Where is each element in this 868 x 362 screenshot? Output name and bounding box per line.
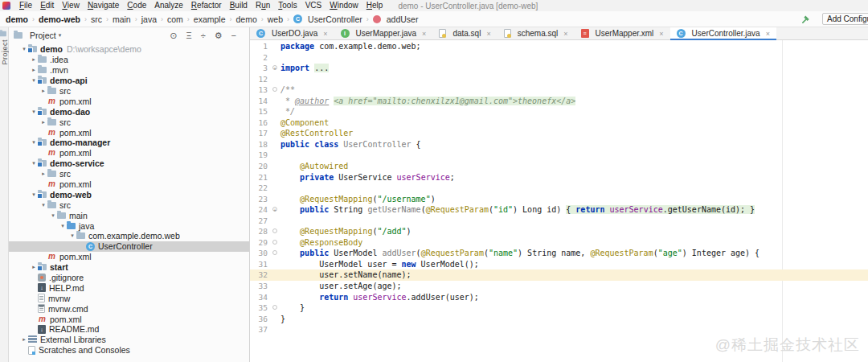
- menu-item-run[interactable]: Run: [252, 0, 274, 11]
- collapse-all-icon[interactable]: Ξ: [186, 31, 191, 40]
- breadcrumb-item-adduser[interactable]: addUser: [373, 14, 419, 24]
- code-line-3[interactable]: 3+import ...: [250, 63, 868, 74]
- code-line-17[interactable]: 17@RestController: [250, 128, 868, 139]
- tree-item-java[interactable]: ▾java: [9, 220, 250, 231]
- chevron-collapsed-icon[interactable]: ▸: [30, 67, 38, 73]
- fold-marker-icon[interactable]: [272, 240, 277, 245]
- code-line-35[interactable]: 35 }: [250, 302, 868, 314]
- code-line-22[interactable]: 22: [250, 183, 868, 194]
- code-line-29[interactable]: 29 @ResponseBody: [250, 237, 868, 249]
- settings-icon[interactable]: ⚙: [215, 31, 223, 41]
- tab-close-icon[interactable]: ×: [486, 30, 490, 38]
- breadcrumb-item-java[interactable]: java: [141, 14, 157, 24]
- chevron-collapsed-icon[interactable]: ▸: [39, 171, 47, 177]
- code-line-24[interactable]: 24+ public String getUserName(@RequestPa…: [250, 204, 868, 216]
- tree-item-help-md[interactable]: ↓HELP.md: [9, 282, 250, 293]
- menu-item-tools[interactable]: Tools: [274, 0, 301, 11]
- breadcrumb-item-main[interactable]: main: [113, 14, 131, 24]
- tree-item-pom-xml[interactable]: mpom.xml: [9, 252, 250, 262]
- breadcrumb-item-demo[interactable]: demo: [236, 14, 257, 24]
- tree-item-external-libraries[interactable]: ▸External Libraries: [9, 335, 250, 345]
- tree-item-pom-xml[interactable]: mpom.xml: [9, 127, 250, 138]
- tab-usermapper-java[interactable]: IUserMapper.java×: [334, 27, 433, 39]
- menu-item-help[interactable]: Help: [362, 0, 387, 11]
- code-line-30[interactable]: 30 public UserModel addUser(@RequestPara…: [250, 248, 868, 259]
- tree-item-pom-xml[interactable]: mpom.xml: [9, 96, 250, 106]
- code-line-19[interactable]: 19: [250, 150, 868, 161]
- tab-usercontroller-java[interactable]: CUserController.java×: [670, 27, 776, 39]
- tab-userdo-java[interactable]: CUserDO.java×: [250, 27, 334, 39]
- chevron-collapsed-icon[interactable]: ▸: [20, 336, 28, 343]
- code-area[interactable]: 1package com.example.demo.web;23+import …: [250, 40, 868, 362]
- code-line-33[interactable]: 33 user.setAge(age);: [250, 281, 868, 292]
- project-panel-title[interactable]: Project: [30, 31, 56, 40]
- chevron-expanded-icon[interactable]: ▾: [39, 202, 47, 208]
- tab-data-sql[interactable]: data.sql×: [432, 27, 497, 39]
- tree-item-usercontroller[interactable]: CUserController: [9, 241, 250, 252]
- tree-item-demo-service[interactable]: ▾demo-service: [9, 158, 250, 169]
- code-line-28[interactable]: 28 @RequestMapping("/add"): [250, 226, 868, 237]
- code-line-14[interactable]: 14 * @author <a href="mailto:chenxilzx1@…: [250, 96, 868, 107]
- tree-item-gitignore[interactable]: .gitignore: [9, 273, 250, 283]
- tree-item-com-example-demo-web[interactable]: ▾com.example.demo.web: [9, 231, 250, 241]
- fold-marker-icon[interactable]: [272, 228, 277, 233]
- code-line-18[interactable]: 18public class UserController {: [250, 139, 868, 150]
- menu-item-analyze[interactable]: Analyze: [150, 0, 187, 11]
- menu-item-code[interactable]: Code: [123, 0, 150, 11]
- code-line-37[interactable]: 37: [250, 324, 868, 335]
- project-tool-button[interactable]: Project: [0, 31, 9, 65]
- tab-close-icon[interactable]: ×: [323, 30, 327, 38]
- code-line-36[interactable]: 36}: [250, 314, 868, 325]
- tree-item-pom-xml[interactable]: mpom.xml: [9, 314, 250, 324]
- menu-item-build[interactable]: Build: [226, 0, 252, 11]
- code-line-31[interactable]: 31 UserModel user = new UserModel();: [250, 259, 868, 270]
- breadcrumb-item-web[interactable]: web: [268, 14, 283, 24]
- code-line-2[interactable]: 2: [250, 52, 868, 64]
- code-line-15[interactable]: 15 */: [250, 106, 868, 117]
- menu-item-view[interactable]: View: [58, 0, 84, 11]
- menu-item-refactor[interactable]: Refactor: [187, 0, 226, 11]
- breadcrumb-item-demo[interactable]: demo: [6, 14, 28, 24]
- tree-item-demo-web[interactable]: ▾demo-web: [9, 189, 250, 200]
- locate-icon[interactable]: ⊙: [170, 31, 177, 41]
- tree-item-src[interactable]: ▾src: [9, 200, 250, 210]
- menu-item-file[interactable]: File: [15, 0, 36, 11]
- tree-item-readme-md[interactable]: ↓README.md: [9, 324, 250, 335]
- code-line-21[interactable]: 21 private UserService userService;: [250, 172, 868, 183]
- add-configuration-button[interactable]: Add Configuration...: [822, 13, 868, 25]
- tree-item-mvnw[interactable]: mvnw: [9, 293, 250, 303]
- tree-item-main[interactable]: ▾main: [9, 210, 250, 220]
- tab-usermapper-xml[interactable]: ≡UserMapper.xml×: [575, 27, 670, 39]
- tab-close-icon[interactable]: ×: [659, 30, 663, 38]
- code-line-13[interactable]: 13/**: [250, 84, 868, 96]
- chevron-collapsed-icon[interactable]: ▸: [39, 88, 47, 94]
- breadcrumb-item-example[interactable]: example: [194, 14, 226, 24]
- code-line-20[interactable]: 20 @Autowired: [250, 161, 868, 172]
- chevron-collapsed-icon[interactable]: ▸: [30, 56, 38, 63]
- menu-item-vcs[interactable]: VCS: [301, 0, 326, 11]
- tree-item-demo[interactable]: ▾demoD:\worksapce\demo: [9, 44, 250, 55]
- tree-item-mvnw-cmd[interactable]: mvnw.cmd: [9, 303, 250, 314]
- chevron-expanded-icon[interactable]: ▾: [68, 232, 76, 239]
- hide-panel-icon[interactable]: −: [231, 31, 236, 40]
- code-line-32[interactable]: 32 user.setName(name);: [250, 269, 868, 281]
- chevron-down-icon[interactable]: ▾: [59, 32, 62, 39]
- menu-item-edit[interactable]: Edit: [36, 0, 58, 11]
- code-line-23[interactable]: 23 @RequestMapping("/username"): [250, 194, 868, 205]
- tab-close-icon[interactable]: ×: [563, 30, 567, 38]
- code-line-27[interactable]: 27: [250, 216, 868, 227]
- build-hammer-icon[interactable]: [801, 14, 811, 26]
- menu-item-navigate[interactable]: Navigate: [84, 0, 123, 11]
- tab-schema-sql[interactable]: schema.sql×: [497, 27, 575, 39]
- tab-close-icon[interactable]: ×: [766, 30, 770, 38]
- tree-item-demo-dao[interactable]: ▾demo-dao: [9, 106, 250, 117]
- tab-close-icon[interactable]: ×: [422, 30, 426, 38]
- tree-item-scratches-and-consoles[interactable]: Scratches and Consoles: [9, 345, 250, 356]
- tree-item-demo-api[interactable]: ▾demo-api: [9, 76, 250, 86]
- tree-item-src[interactable]: ▸src: [9, 169, 250, 179]
- code-line-12[interactable]: 12: [250, 74, 868, 85]
- chevron-collapsed-icon[interactable]: ▸: [39, 119, 47, 125]
- expand-all-icon[interactable]: ÷: [201, 31, 206, 40]
- breadcrumb-item-src[interactable]: src: [91, 14, 102, 24]
- menu-item-window[interactable]: Window: [326, 0, 362, 11]
